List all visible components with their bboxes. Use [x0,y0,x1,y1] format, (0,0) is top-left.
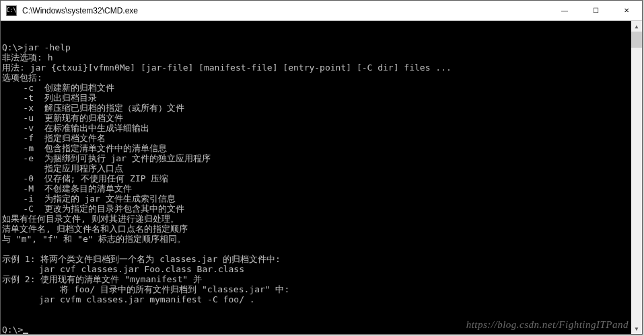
maximize-button[interactable]: ☐ [580,1,611,20]
scrollbar-thumb[interactable] [631,32,642,48]
window-controls: — ☐ ✕ [549,1,642,20]
scrollbar-vertical[interactable]: ▲ ▼ [631,21,642,334]
close-button[interactable]: ✕ [611,1,642,20]
titlebar[interactable]: C:\ C:\Windows\system32\CMD.exe — ☐ ✕ [1,1,642,21]
scroll-up-arrow-icon[interactable]: ▲ [631,21,642,32]
cursor [23,333,28,334]
cmd-icon: C:\ [6,5,17,16]
console-area[interactable]: Q:\>jar -help 非法选项: h 用法: jar {ctxui}[vf… [1,21,642,334]
minimize-button[interactable]: — [549,1,580,20]
console-output: Q:\>jar -help 非法选项: h 用法: jar {ctxui}[vf… [2,42,639,334]
cmd-window: C:\ C:\Windows\system32\CMD.exe — ☐ ✕ Q:… [0,0,643,335]
watermark-text: https://blog.csdn.net/FightingITPand [466,320,629,330]
window-title: C:\Windows\system32\CMD.exe [22,6,549,15]
scroll-down-arrow-icon[interactable]: ▼ [631,323,642,334]
